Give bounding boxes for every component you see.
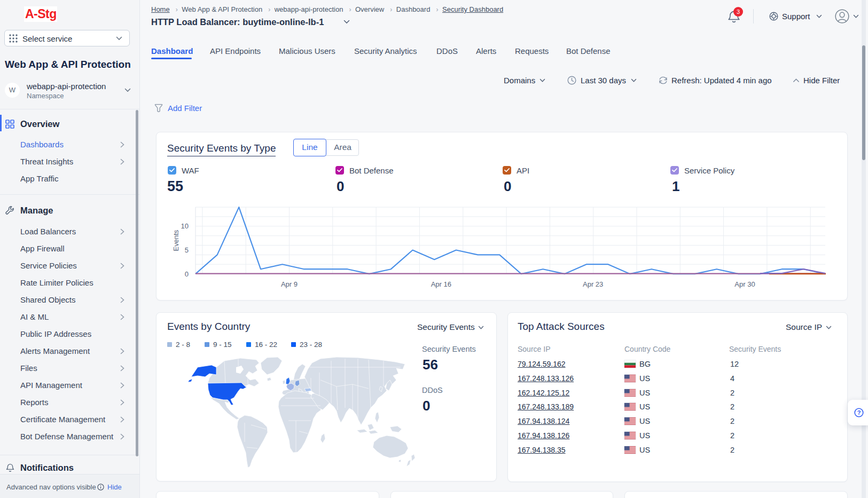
svg-text:Apr 9: Apr 9 xyxy=(281,280,298,288)
svg-text:0: 0 xyxy=(185,270,189,278)
svg-text:Apr 23: Apr 23 xyxy=(583,280,603,288)
svg-text:5: 5 xyxy=(185,246,189,254)
svg-text:Events: Events xyxy=(172,230,180,251)
svg-text:Apr 30: Apr 30 xyxy=(734,280,755,288)
svg-text:Apr 16: Apr 16 xyxy=(431,280,451,288)
svg-text:?: ? xyxy=(857,409,861,416)
svg-text:10: 10 xyxy=(181,222,189,230)
